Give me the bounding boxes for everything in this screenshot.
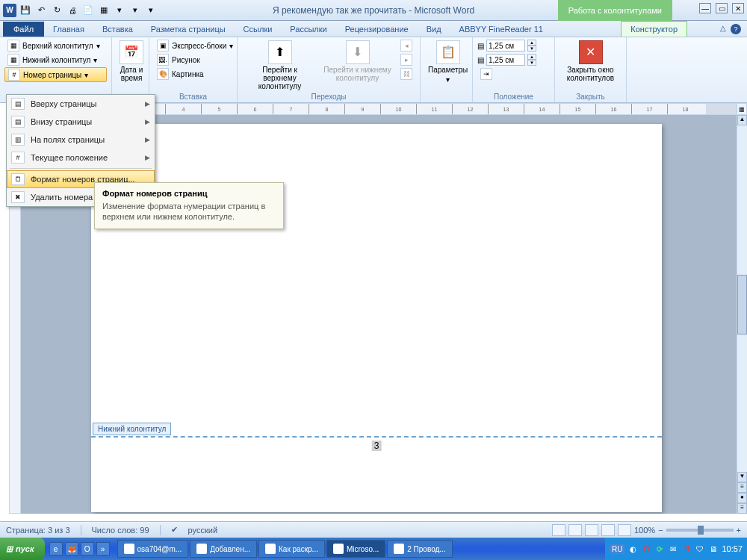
tab-insert[interactable]: Вставка bbox=[93, 22, 142, 37]
view-print-layout-icon[interactable] bbox=[552, 524, 565, 536]
tab-review[interactable]: Рецензирование bbox=[336, 22, 418, 37]
tab-mailings[interactable]: Рассылки bbox=[281, 22, 335, 37]
tab-home[interactable]: Главная bbox=[44, 22, 93, 37]
menu-page-margins[interactable]: ▥На полях страницы▶ bbox=[7, 131, 155, 149]
picture-button[interactable]: 🖼.Рисунок bbox=[154, 53, 236, 66]
ruler-toggle-icon[interactable]: ▦ bbox=[737, 103, 747, 115]
clipart-button[interactable]: 🎨Картинка bbox=[154, 67, 236, 81]
start-button[interactable]: ⊞пуск bbox=[0, 538, 45, 560]
tray-icon[interactable]: Я bbox=[681, 544, 692, 554]
taskbar-task[interactable]: osa704@m... bbox=[117, 540, 189, 558]
ql-icon[interactable]: O bbox=[81, 542, 94, 556]
tab-layout[interactable]: Разметка страницы bbox=[142, 22, 235, 37]
footer-button[interactable]: ▦Нижний колонтитул ▾ bbox=[4, 53, 107, 66]
vertical-scrollbar[interactable]: ▲ ▼ ≡ ● ≡ bbox=[737, 115, 747, 514]
tab-abbyy[interactable]: ABBYY FineReader 11 bbox=[450, 22, 552, 37]
close-hf-button[interactable]: ✕ Закрыть окно колонтитулов bbox=[560, 39, 622, 84]
quick-access-toolbar: W 💾 ↶ ↻ 🖨 📄 ▦ ▾ ▾ ▾ bbox=[0, 4, 158, 17]
group-insert: ▣Экспресс-блоки ▾ 🖼.Рисунок 🎨Картинка Вс… bbox=[149, 37, 238, 102]
zoom-level[interactable]: 100% bbox=[634, 526, 655, 535]
next-page-icon[interactable]: ≡ bbox=[737, 503, 747, 514]
view-draft-icon[interactable] bbox=[618, 524, 631, 536]
footer-bottom-input[interactable] bbox=[486, 54, 525, 66]
minimize-button[interactable]: — bbox=[699, 3, 711, 13]
header-top-input[interactable] bbox=[486, 40, 525, 52]
header-label: Верхний колонтитул bbox=[22, 42, 93, 50]
ql-icon[interactable]: e bbox=[49, 542, 63, 556]
goto-header-button[interactable]: ⬆ Перейти к верхнему колонтитулу bbox=[242, 39, 317, 92]
proofing-icon[interactable]: ✔ bbox=[171, 525, 178, 535]
print-icon[interactable]: 🖨 bbox=[66, 4, 79, 17]
insert-tab-button[interactable]: ⇥ bbox=[477, 67, 536, 81]
tray-icon[interactable]: ◐ bbox=[627, 544, 638, 554]
header-button[interactable]: ▦Верхний колонтитул ▾ bbox=[4, 39, 107, 52]
page-number-button[interactable]: #Номер страницы ▾ bbox=[4, 67, 107, 82]
qat-more-icon[interactable]: ▾ bbox=[144, 4, 158, 17]
browse-object-icon[interactable]: ● bbox=[737, 493, 747, 503]
close-button[interactable]: ✕ bbox=[732, 3, 744, 13]
taskbar-task[interactable]: Microso... bbox=[326, 540, 385, 558]
status-language[interactable]: русский bbox=[188, 526, 217, 535]
tray-icon[interactable]: ✉ bbox=[668, 544, 678, 554]
spin-down[interactable]: ▼ bbox=[527, 60, 536, 66]
ribbon-collapse-icon[interactable]: △ bbox=[720, 24, 726, 32]
tab-designer[interactable]: Конструктор bbox=[621, 21, 687, 37]
tab-file[interactable]: Файл bbox=[3, 22, 44, 37]
qat-btn[interactable]: ▾ bbox=[113, 4, 126, 17]
help-icon[interactable]: ? bbox=[731, 24, 741, 34]
qat-btn[interactable]: ▾ bbox=[128, 4, 142, 17]
spin-down[interactable]: ▼ bbox=[527, 46, 536, 52]
scroll-up-icon[interactable]: ▲ bbox=[737, 115, 747, 125]
tray-icon[interactable]: ⟳ bbox=[654, 544, 665, 554]
datetime-button[interactable]: 📅 Дата и время bbox=[117, 39, 146, 84]
status-page[interactable]: Страница: 3 из 3 bbox=[6, 526, 70, 535]
save-icon[interactable]: 💾 bbox=[19, 4, 32, 17]
tray-icon[interactable]: 🖥 bbox=[708, 544, 719, 554]
calendar-icon: 📅 bbox=[120, 40, 143, 64]
tray-icon[interactable]: 🛡 bbox=[695, 544, 705, 554]
menu-current-position[interactable]: #Текущее положение▶ bbox=[7, 149, 155, 167]
spin-up[interactable]: ▲ bbox=[527, 40, 536, 46]
taskbar-task[interactable]: Добавлен... bbox=[190, 540, 257, 558]
scroll-thumb[interactable] bbox=[737, 275, 747, 335]
zoom-in-icon[interactable]: + bbox=[737, 526, 741, 535]
scroll-down-icon[interactable]: ▼ bbox=[737, 472, 747, 482]
qat-btn[interactable]: ▦ bbox=[97, 4, 111, 17]
preview-icon[interactable]: 📄 bbox=[81, 4, 95, 17]
view-web-icon[interactable] bbox=[585, 524, 598, 536]
spin-up[interactable]: ▲ bbox=[527, 54, 536, 60]
tray-icon[interactable]: O bbox=[641, 544, 651, 554]
params-button[interactable]: 📋 Параметры ▾ bbox=[425, 39, 471, 85]
clock[interactable]: 10:57 bbox=[722, 544, 743, 553]
footer-zone[interactable]: Нижний колонтитул 3 bbox=[91, 436, 662, 438]
taskbar-task[interactable]: Как раскр... bbox=[258, 540, 325, 558]
taskbar-task[interactable]: 2 Провод... bbox=[387, 540, 452, 558]
tab-view[interactable]: Вид bbox=[418, 22, 450, 37]
zoom-out-icon[interactable]: − bbox=[658, 526, 663, 535]
menu-bottom-of-page[interactable]: ▤Внизу страницы▶ bbox=[7, 113, 155, 131]
page-number-field[interactable]: 3 bbox=[372, 441, 382, 451]
language-indicator[interactable]: RU bbox=[610, 544, 624, 554]
zoom-slider[interactable] bbox=[666, 529, 734, 532]
nav-prev-button: ◂ bbox=[397, 39, 415, 52]
menu-top-of-page[interactable]: ▤Вверху страницы▶ bbox=[7, 95, 155, 113]
system-tray: RU ◐ O ⟳ ✉ Я 🛡 🖥 10:57 bbox=[605, 538, 747, 560]
prev-page-icon[interactable]: ≡ bbox=[737, 482, 747, 493]
undo-icon[interactable]: ↶ bbox=[34, 4, 48, 17]
view-outline-icon[interactable] bbox=[601, 524, 615, 536]
restore-button[interactable]: ▭ bbox=[716, 3, 728, 13]
ribbon: ▦Верхний колонтитул ▾ ▦Нижний колонтитул… bbox=[0, 37, 747, 103]
margin-top-icon: ▤ bbox=[477, 42, 484, 50]
ql-icon[interactable]: 🦊 bbox=[65, 542, 78, 556]
ql-icon[interactable]: » bbox=[96, 542, 110, 556]
tab-references[interactable]: Ссылки bbox=[235, 22, 282, 37]
footer-tab-label: Нижний колонтитул bbox=[93, 423, 171, 435]
pagenum-icon: # bbox=[8, 69, 20, 81]
quickparts-button[interactable]: ▣Экспресс-блоки ▾ bbox=[154, 39, 236, 52]
view-fullscreen-icon[interactable] bbox=[568, 524, 582, 536]
redo-icon[interactable]: ↻ bbox=[50, 4, 63, 17]
margin-bottom-icon: ▤ bbox=[477, 56, 484, 64]
group-label: Переходы bbox=[242, 92, 415, 101]
group-position: ▤ ▲▼ ▤ ▲▼ ⇥ Положение bbox=[473, 37, 555, 102]
status-word-count[interactable]: Число слов: 99 bbox=[92, 526, 149, 535]
